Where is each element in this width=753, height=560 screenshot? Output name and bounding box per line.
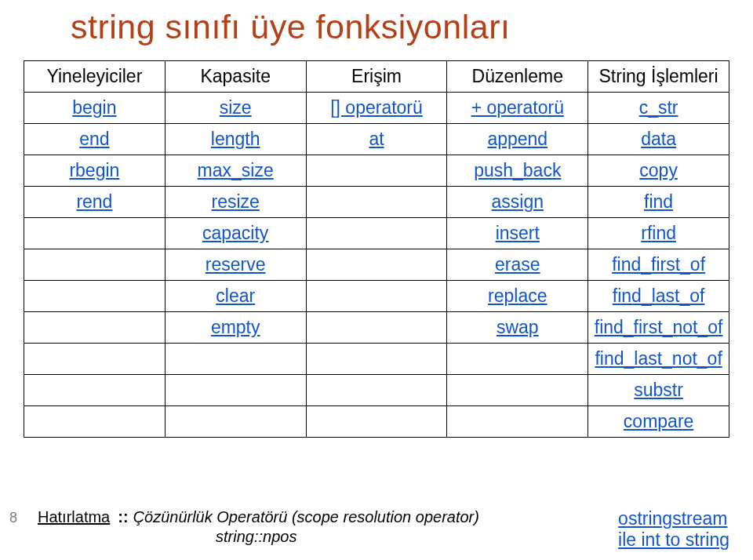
cell[interactable]: size [165, 93, 306, 124]
right-link-2[interactable]: ile int to string [618, 529, 729, 551]
cell[interactable]: rend [24, 187, 166, 218]
cell [447, 406, 588, 438]
cell [165, 375, 306, 406]
right-links[interactable]: ostringstream ile int to string [618, 508, 729, 551]
cell[interactable]: insert [447, 218, 588, 249]
cell [306, 155, 447, 187]
cell[interactable]: length [165, 124, 306, 155]
cell [24, 375, 166, 406]
cell [306, 281, 447, 312]
footer-explain: Çözünürlük Operatörü (scope resolution o… [133, 508, 479, 526]
cell [306, 406, 447, 438]
cell[interactable]: resize [165, 187, 306, 218]
cell[interactable]: find_first_not_of [588, 312, 729, 344]
slide-title: string sınıfı üye fonksiyonları [71, 8, 729, 46]
table-row: capacity insert rfind [24, 218, 729, 249]
cell [306, 375, 447, 406]
cell [306, 218, 447, 249]
cell[interactable]: clear [165, 281, 306, 312]
cell[interactable]: begin [24, 93, 166, 124]
cell[interactable]: rbegin [24, 155, 166, 187]
table-row: clear replace find_last_of [24, 281, 729, 312]
cell [24, 281, 166, 312]
cell[interactable]: at [306, 124, 447, 155]
table-row: end length at append data [24, 124, 729, 155]
cell[interactable]: + operatorü [447, 93, 588, 124]
header-access: Erişim [306, 61, 447, 93]
cell[interactable]: [] operatorü [306, 93, 447, 124]
cell [24, 249, 166, 281]
cell[interactable]: compare [588, 406, 729, 438]
cell [165, 406, 306, 438]
cell [447, 344, 588, 375]
cell[interactable]: substr [588, 375, 729, 406]
table-row: reserve erase find_first_of [24, 249, 729, 281]
cell[interactable]: find_last_of [588, 281, 729, 312]
cell[interactable]: capacity [165, 218, 306, 249]
cell [24, 406, 166, 438]
header-capacity: Kapasite [165, 61, 306, 93]
header-string-ops: String İşlemleri [588, 61, 729, 93]
table-row: rbegin max_size push_back copy [24, 155, 729, 187]
cell[interactable]: append [447, 124, 588, 155]
table-row: begin size [] operatorü + operatorü c_st… [24, 93, 729, 124]
right-link-1[interactable]: ostringstream [618, 508, 729, 529]
cell[interactable]: end [24, 124, 166, 155]
table-row: empty swap find_first_not_of [24, 312, 729, 344]
cell[interactable]: find [588, 187, 729, 218]
cell[interactable]: find_first_of [588, 249, 729, 281]
cell[interactable]: reserve [165, 249, 306, 281]
cell[interactable]: empty [165, 312, 306, 344]
scope-operator-symbol: :: [118, 508, 128, 526]
cell [24, 218, 166, 249]
cell[interactable]: rfind [588, 218, 729, 249]
table-row: rend resize assign find [24, 187, 729, 218]
cell[interactable]: find_last_not_of [588, 344, 729, 375]
cell[interactable]: assign [447, 187, 588, 218]
header-iterators: Yineleyiciler [24, 61, 166, 93]
cell[interactable]: erase [447, 249, 588, 281]
table-header-row: Yineleyiciler Kapasite Erişim Düzenleme … [24, 61, 729, 93]
string-functions-table: Yineleyiciler Kapasite Erişim Düzenleme … [24, 60, 729, 438]
cell [165, 344, 306, 375]
cell [306, 312, 447, 344]
cell [306, 187, 447, 218]
cell[interactable]: c_str [588, 93, 729, 124]
table-row: substr [24, 375, 729, 406]
cell[interactable]: push_back [447, 155, 588, 187]
cell[interactable]: data [588, 124, 729, 155]
table-row: find_last_not_of [24, 344, 729, 375]
cell [306, 249, 447, 281]
footer-hatirla: Hatırlatma [38, 508, 110, 526]
page-number: 8 [9, 510, 38, 526]
cell [24, 344, 166, 375]
cell [24, 312, 166, 344]
cell [447, 375, 588, 406]
cell[interactable]: max_size [165, 155, 306, 187]
cell[interactable]: copy [588, 155, 729, 187]
cell[interactable]: swap [447, 312, 588, 344]
table-row: compare [24, 406, 729, 438]
cell [306, 344, 447, 375]
cell[interactable]: replace [447, 281, 588, 312]
header-edit: Düzenleme [447, 61, 588, 93]
